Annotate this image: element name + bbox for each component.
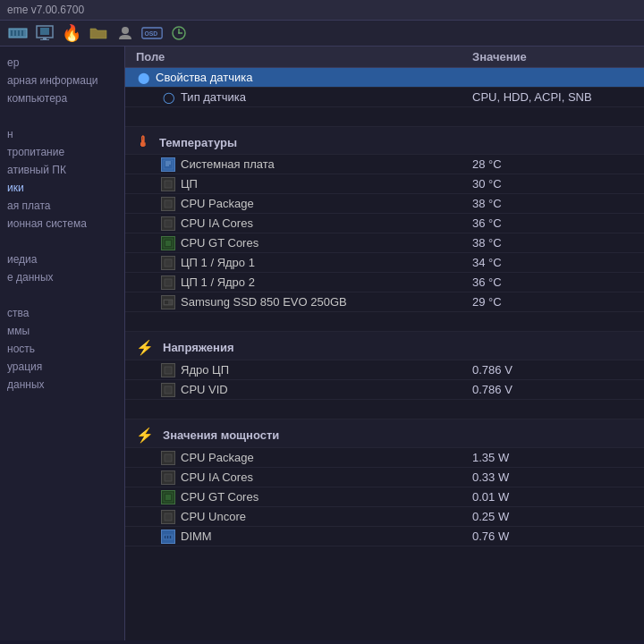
temp-row-4[interactable]: CPU GT Cores 38 °C	[125, 233, 644, 253]
svg-rect-1	[11, 30, 13, 36]
sidebar-item-sensors[interactable]: ики	[0, 179, 124, 197]
user-icon[interactable]	[114, 24, 136, 42]
svg-point-15	[178, 32, 180, 34]
sidebar-item-9[interactable]: ионная система	[0, 215, 124, 233]
power-row-2[interactable]: CPU GT Cores 0.01 W	[125, 487, 644, 507]
cpu-ia-temp-icon	[161, 216, 175, 231]
table-body: ⬤ Свойства датчика ◯ Тип датчика CPU, HD…	[125, 68, 644, 547]
temp-row-0[interactable]: Системная плата 28 °C	[125, 155, 644, 174]
svg-rect-26	[165, 279, 172, 286]
svg-rect-16	[164, 160, 173, 169]
sidebar-item-16[interactable]: ность	[0, 340, 124, 358]
svg-rect-35	[165, 513, 172, 521]
osd-icon[interactable]: OSD	[141, 24, 163, 42]
svg-rect-6	[40, 28, 49, 35]
cpu-temp-icon-2	[161, 197, 175, 211]
sidebar-item-13[interactable]	[0, 286, 124, 304]
sidebar-item-15[interactable]: ммы	[0, 322, 124, 340]
temp-row-3[interactable]: CPU IA Cores 36 °C	[125, 214, 644, 233]
sensor-type-icon: ◯	[161, 90, 175, 105]
power-value-2: 0.01 W	[472, 490, 633, 504]
sidebar-item-5[interactable]: тропитание	[0, 143, 124, 161]
title-bar: eme v7.00.6700	[0, 0, 644, 21]
temp-value-6: 36 °C	[472, 275, 633, 289]
cpu-ia-power-icon	[161, 470, 175, 485]
flame-icon[interactable]: 🔥	[61, 24, 82, 42]
temp-label-1: ЦП	[181, 177, 198, 191]
temp-value-7: 29 °C	[472, 295, 633, 309]
svg-rect-20	[165, 181, 172, 188]
svg-rect-8	[40, 39, 49, 40]
power-label-0: CPU Package	[181, 451, 254, 464]
power-row-3[interactable]: CPU Uncore 0.25 W	[125, 507, 644, 527]
volt-label-0: Ядро ЦП	[181, 363, 229, 377]
temp-row-6[interactable]: ЦП 1 / Ядро 2 36 °C	[125, 273, 644, 292]
volt-label-1: CPU VID	[181, 383, 228, 396]
power-row-1[interactable]: CPU IA Cores 0.33 W	[125, 468, 644, 487]
sidebar-item-14[interactable]: ства	[0, 304, 124, 322]
temp-row-1[interactable]: ЦП 30 °C	[125, 174, 644, 194]
svg-point-9	[122, 27, 129, 34]
sidebar-item-0[interactable]: ер	[0, 54, 124, 72]
temp-row-2[interactable]: CPU Package 38 °C	[125, 194, 644, 214]
table-header: Поле Значение	[125, 47, 644, 68]
sidebar-item-2[interactable]: компьютера	[0, 89, 124, 107]
svg-rect-2	[14, 30, 16, 36]
power-section-header: ⚡ Значения мощности	[125, 419, 644, 448]
sidebar-item-3[interactable]	[0, 107, 124, 125]
monitor-icon[interactable]	[34, 24, 55, 42]
col-field-header: Поле	[136, 50, 472, 64]
sidebar-item-10[interactable]	[0, 233, 124, 250]
ram-icon[interactable]	[7, 24, 29, 42]
sidebar: ер арная информаци компьютера н тропитан…	[0, 47, 125, 640]
svg-rect-22	[165, 220, 172, 227]
cpu-temp-icon-1	[161, 177, 175, 191]
sidebar-item-18[interactable]: данных	[0, 376, 124, 394]
temp-row-7[interactable]: Samsung SSD 850 EVO 250GB 29 °C	[125, 292, 644, 312]
temp-row-5[interactable]: ЦП 1 / Ядро 1 34 °C	[125, 253, 644, 273]
temp-label-5: ЦП 1 / Ядро 1	[181, 256, 255, 269]
svg-text:OSD: OSD	[144, 30, 157, 37]
power-section-field: ⚡ Значения мощности	[136, 427, 472, 444]
power-value-1: 0.33 W	[472, 470, 633, 484]
volt-section-label: Напряжения	[163, 341, 234, 354]
sidebar-item-11[interactable]: иедиа	[0, 250, 124, 268]
svg-rect-24	[165, 241, 171, 246]
sidebar-item-6[interactable]: ативный ПК	[0, 161, 124, 179]
svg-rect-21	[165, 200, 172, 208]
power-label-3: CPU Uncore	[181, 510, 246, 523]
sidebar-item-12[interactable]: е данных	[0, 268, 124, 286]
col-value-header: Значение	[472, 50, 633, 64]
sidebar-item-1[interactable]: арная информаци	[0, 72, 124, 89]
temp-section-field: 🌡 Температуры	[136, 134, 472, 150]
volt-section-header: ⚡ Напряжения	[125, 332, 644, 360]
power-row-4[interactable]: DIMM 0.76 W	[125, 527, 644, 547]
temp-section-icon: 🌡	[136, 134, 150, 150]
sensor-props-row[interactable]: ⬤ Свойства датчика	[125, 68, 644, 88]
sidebar-item-4[interactable]: н	[0, 125, 124, 143]
title-text: eme v7.00.6700	[7, 4, 84, 16]
folder-icon[interactable]	[88, 24, 109, 42]
volt-row-1[interactable]: CPU VID 0.786 V	[125, 380, 644, 400]
power-field-4: DIMM	[136, 530, 472, 544]
temp-label-7: Samsung SSD 850 EVO 250GB	[181, 295, 347, 309]
temp-field-1: ЦП	[136, 177, 472, 191]
svg-rect-30	[165, 386, 172, 394]
sensor-type-row[interactable]: ◯ Тип датчика CPU, HDD, ACPI, SNB	[125, 88, 644, 107]
power-row-0[interactable]: CPU Package 1.35 W	[125, 448, 644, 468]
temp-label-3: CPU IA Cores	[181, 216, 253, 230]
temp-field-0: Системная плата	[136, 157, 472, 172]
volt-row-0[interactable]: Ядро ЦП 0.786 V	[125, 360, 644, 380]
clock-icon[interactable]	[168, 24, 190, 42]
sensor-type-label: Тип датчика	[181, 90, 246, 104]
temp-value-4: 38 °C	[472, 236, 633, 250]
sensor-props-label: Свойства датчика	[156, 71, 252, 84]
svg-rect-29	[165, 367, 172, 374]
svg-rect-32	[165, 474, 172, 481]
sidebar-item-17[interactable]: урация	[0, 358, 124, 376]
temp-field-5: ЦП 1 / Ядро 1	[136, 256, 472, 270]
sensor-props-icon: ⬤	[136, 71, 150, 85]
spacer-3	[125, 400, 644, 419]
temp-section-header: 🌡 Температуры	[125, 127, 644, 155]
sidebar-item-8[interactable]: ая плата	[0, 197, 124, 215]
